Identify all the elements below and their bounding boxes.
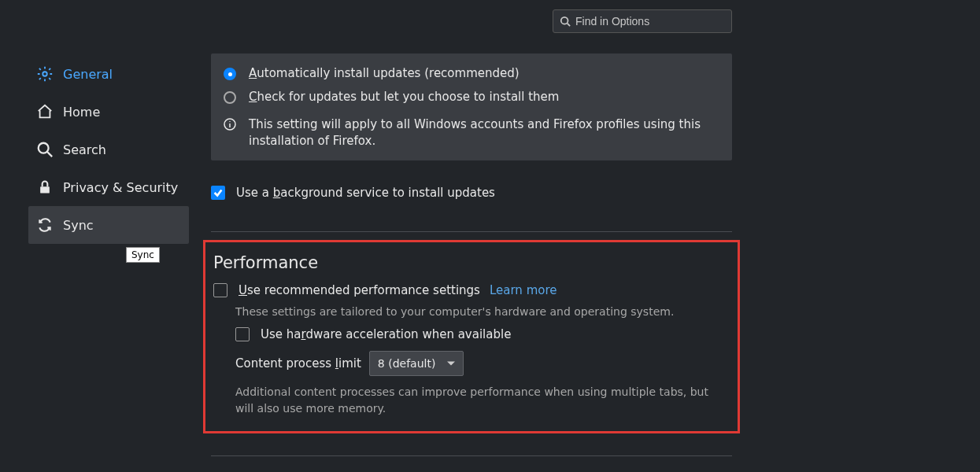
- checkbox-label: Use hardware acceleration when available: [261, 327, 511, 341]
- updates-panel: Automatically install updates (recommend…: [211, 53, 732, 160]
- sidebar-item-general[interactable]: General: [28, 55, 189, 93]
- sidebar-item-sync[interactable]: Sync: [28, 206, 189, 244]
- lock-icon: [36, 179, 54, 196]
- svg-line-4: [47, 152, 52, 157]
- sidebar-item-label: Sync: [63, 218, 94, 233]
- sidebar-item-search[interactable]: Search: [28, 131, 189, 168]
- radio-unchecked-icon: [224, 91, 236, 104]
- search-icon: [560, 16, 571, 27]
- separator: [211, 231, 732, 232]
- performance-heading: Performance: [213, 253, 730, 272]
- svg-line-1: [568, 24, 571, 27]
- svg-point-3: [39, 143, 49, 153]
- svg-rect-5: [40, 186, 50, 193]
- recommended-settings-checkbox[interactable]: Use recommended performance settings Lea…: [213, 283, 730, 297]
- sidebar-item-label: Search: [63, 142, 106, 157]
- search-icon: [36, 141, 54, 158]
- checkbox-label: Use a background service to install upda…: [236, 186, 495, 200]
- content-process-limit-select[interactable]: 8 (default): [369, 351, 464, 376]
- sync-icon: [36, 216, 54, 234]
- select-value: 8 (default): [378, 357, 436, 370]
- svg-point-0: [561, 17, 568, 24]
- sidebar-item-privacy[interactable]: Privacy & Security: [28, 168, 189, 206]
- select-label: Content process limit: [235, 356, 361, 371]
- sidebar-item-label: Home: [63, 105, 100, 120]
- radio-auto-install[interactable]: Automatically install updates (recommend…: [211, 61, 732, 85]
- hardware-accel-checkbox[interactable]: Use hardware acceleration when available: [235, 327, 730, 341]
- sidebar-item-home[interactable]: Home: [28, 93, 189, 131]
- separator: [211, 455, 732, 456]
- checkbox-unchecked-icon: [235, 327, 250, 341]
- main-content: Automatically install updates (recommend…: [211, 53, 732, 456]
- radio-label: Check for updates but let you choose to …: [249, 90, 559, 104]
- performance-section-highlight: Performance Use recommended performance …: [203, 240, 740, 433]
- gear-icon: [36, 65, 54, 83]
- checkbox-checked-icon: [211, 186, 225, 200]
- checkbox-unchecked-icon: [213, 283, 227, 297]
- info-text: This setting will apply to all Windows a…: [249, 116, 719, 149]
- performance-note: Additional content processes can improve…: [235, 384, 730, 417]
- radio-label: Automatically install updates (recommend…: [249, 66, 520, 80]
- background-service-checkbox[interactable]: Use a background service to install upda…: [211, 186, 732, 200]
- search-input[interactable]: [575, 15, 725, 28]
- search-box[interactable]: [553, 9, 732, 33]
- updates-info: This setting will apply to all Windows a…: [211, 109, 732, 149]
- info-icon: [224, 118, 236, 131]
- svg-point-2: [43, 72, 47, 76]
- sidebar-item-label: Privacy & Security: [63, 180, 178, 195]
- svg-point-8: [229, 121, 230, 122]
- sidebar: General Home Search Privacy & Security: [28, 55, 189, 244]
- learn-more-link[interactable]: Learn more: [490, 283, 557, 297]
- content-process-limit-row: Content process limit 8 (default): [235, 351, 730, 376]
- home-icon: [36, 103, 54, 120]
- sidebar-item-label: General: [63, 67, 113, 82]
- performance-description: These settings are tailored to your comp…: [235, 305, 730, 318]
- checkbox-label: Use recommended performance settings: [239, 283, 480, 297]
- radio-check-updates[interactable]: Check for updates but let you choose to …: [211, 85, 732, 109]
- tooltip-sync: Sync: [126, 247, 160, 263]
- radio-checked-icon: [224, 68, 236, 80]
